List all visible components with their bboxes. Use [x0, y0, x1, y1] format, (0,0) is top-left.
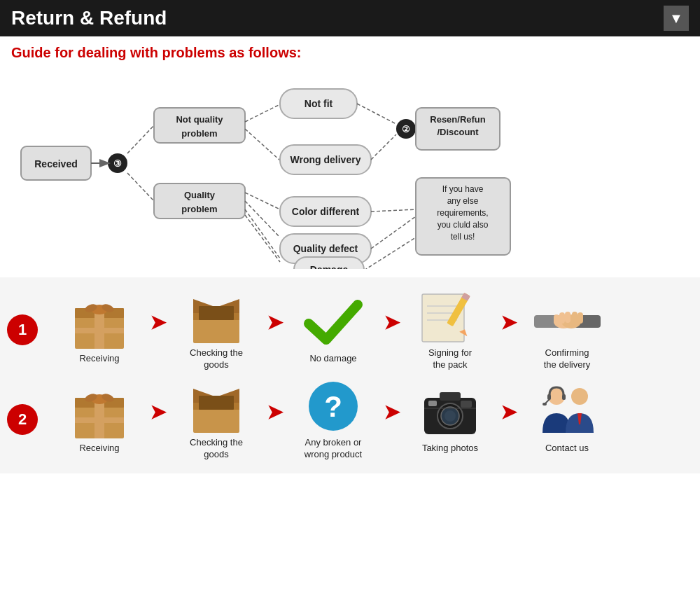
question-icon: ?: [302, 378, 365, 434]
receiving-2-label: Receiving: [79, 443, 119, 455]
svg-line-6: [127, 173, 154, 201]
process-item-receiving-2: Receiving: [43, 384, 155, 455]
handshake-icon: [534, 289, 601, 345]
receiving-1-label: Receiving: [79, 353, 119, 365]
svg-rect-97: [428, 401, 437, 406]
svg-rect-89: [199, 396, 234, 410]
guide-title: Guide for dealing with problems as follo…: [11, 45, 689, 61]
svg-text:?: ?: [324, 390, 342, 423]
contact-label: Contact us: [545, 443, 589, 455]
svg-rect-104: [542, 403, 547, 406]
process-item-checking-1: Checking thegoods: [160, 289, 272, 371]
process-item-photos: Taking photos: [394, 384, 506, 455]
checking-2-label: Checking thegoods: [190, 437, 243, 461]
svg-text:problem: problem: [181, 128, 217, 139]
signing-icon: [419, 289, 482, 345]
svg-text:you cluld also: you cluld also: [438, 220, 489, 230]
process-item-confirming: Confirmingthe delivery: [511, 289, 623, 371]
svg-rect-61: [422, 294, 464, 342]
svg-text:/Discount: /Discount: [437, 127, 479, 137]
svg-rect-74: [565, 312, 570, 323]
process-row-2: 2 Receiving ➤: [7, 378, 693, 461]
svg-text:②: ②: [402, 124, 410, 134]
svg-rect-60: [199, 306, 234, 320]
svg-text:Wrong delivery: Wrong delivery: [290, 154, 361, 165]
svg-line-46: [371, 216, 416, 249]
svg-text:problem: problem: [181, 204, 217, 214]
svg-line-34: [371, 134, 396, 160]
svg-text:③: ③: [113, 158, 122, 169]
svg-text:If you have: If you have: [442, 184, 484, 194]
svg-line-5: [127, 125, 154, 153]
process-item-receiving-1: Receiving: [43, 294, 155, 365]
svg-line-47: [364, 237, 416, 269]
svg-text:tell us!: tell us!: [451, 232, 475, 242]
svg-rect-73: [559, 312, 565, 324]
nodamage-label: No damage: [309, 353, 356, 365]
confirming-label: Confirmingthe delivery: [544, 347, 590, 371]
svg-point-105: [571, 388, 588, 405]
svg-rect-76: [578, 312, 583, 324]
box-open-icon-1: [185, 289, 248, 345]
process-items-2: Receiving ➤ Checking thegoods ➤: [43, 378, 693, 461]
process-section: 1 Receiving: [0, 277, 700, 473]
svg-line-21: [245, 209, 280, 258]
contact-icon: [534, 384, 601, 440]
svg-text:Not quality: Not quality: [176, 114, 223, 125]
svg-text:Damage: Damage: [310, 264, 349, 269]
flowchart: Received ③ Not quality problem Quality p…: [14, 69, 686, 269]
process-number-1: 1: [7, 314, 38, 345]
camera-icon: [419, 384, 482, 440]
header-title: Return & Refund: [11, 7, 167, 29]
process-item-contact: Contact us: [511, 384, 623, 455]
svg-line-28: [245, 215, 280, 262]
svg-line-33: [357, 104, 396, 124]
svg-point-95: [444, 410, 456, 422]
box-closed-icon-1: [68, 294, 131, 350]
process-item-checking-2: Checking thegoods: [160, 378, 272, 461]
svg-rect-72: [554, 314, 559, 324]
header-arrow-icon: ▼: [664, 6, 689, 31]
svg-text:Quality defect: Quality defect: [293, 243, 358, 254]
svg-text:Color different: Color different: [292, 206, 360, 217]
process-items-1: Receiving ➤ Checking thegoods: [43, 289, 693, 371]
box-closed-icon-2: [68, 384, 131, 440]
broken-label: Any broken orwrong product: [304, 437, 362, 461]
process-row-1: 1 Receiving: [7, 289, 693, 371]
svg-line-13: [245, 104, 280, 122]
box-open-icon-2: [185, 378, 248, 434]
svg-line-45: [371, 209, 416, 212]
signing-label: Signing forthe pack: [428, 347, 472, 371]
svg-line-20: [245, 201, 280, 237]
svg-rect-96: [440, 392, 461, 401]
svg-text:Received: Received: [34, 158, 77, 169]
svg-text:Quality: Quality: [184, 190, 216, 200]
process-number-2: 2: [7, 404, 38, 435]
checkmark-icon: [302, 294, 365, 350]
checking-1-label: Checking thegoods: [190, 347, 243, 371]
process-item-broken: ? Any broken orwrong product: [277, 378, 389, 461]
svg-text:any else: any else: [447, 196, 479, 206]
photos-label: Taking photos: [422, 443, 478, 455]
svg-rect-75: [572, 312, 578, 323]
svg-line-14: [245, 129, 280, 160]
svg-text:requirements,: requirements,: [437, 208, 488, 218]
svg-text:Resen/Refun: Resen/Refun: [430, 114, 486, 125]
guide-section: Guide for dealing with problems as follo…: [0, 36, 700, 275]
svg-text:Not fit: Not fit: [304, 98, 333, 109]
svg-rect-99: [461, 401, 472, 408]
process-item-signing: Signing forthe pack: [394, 289, 506, 371]
process-item-nodamage: No damage: [277, 294, 389, 365]
svg-line-103: [545, 399, 550, 403]
header: Return & Refund ▼: [0, 0, 700, 36]
svg-rect-102: [562, 394, 566, 400]
